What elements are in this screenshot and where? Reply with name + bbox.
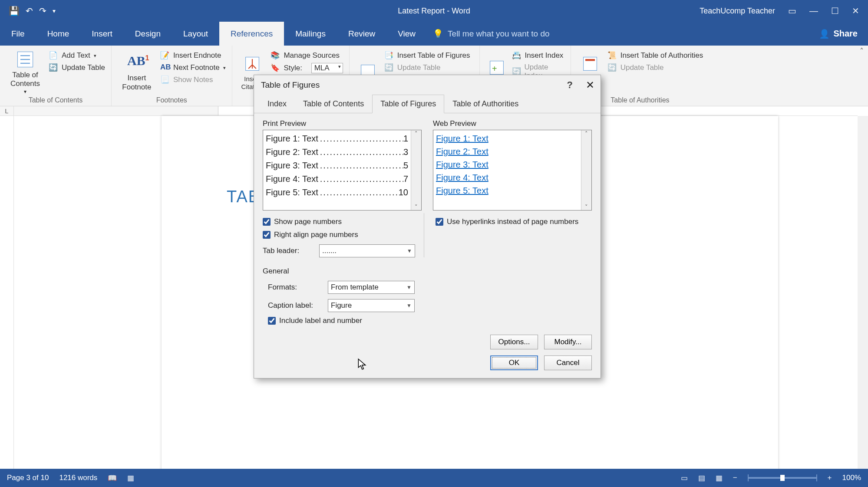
caption-label-select[interactable]: Figure▼ (328, 299, 415, 312)
web-layout-icon[interactable]: ▦ (716, 474, 723, 483)
dialog-tab-toa[interactable]: Table of Authorities (444, 95, 527, 113)
dialog-close-icon[interactable]: ✕ (586, 79, 594, 91)
tab-references[interactable]: References (219, 22, 284, 46)
dialog-tab-toc[interactable]: Table of Contents (295, 95, 372, 113)
modify-button[interactable]: Modify... (544, 335, 592, 349)
print-preview-label: Print Preview (263, 119, 422, 128)
chevron-down-icon: ▼ (407, 248, 412, 254)
add-text-label: Add Text (62, 51, 90, 60)
web-preview-link[interactable]: Figure 3: Text (436, 158, 578, 171)
ribbon-display-icon[interactable]: ▭ (788, 6, 796, 16)
options-button[interactable]: Options... (490, 335, 538, 349)
minimize-icon[interactable]: — (809, 6, 818, 16)
style-value: MLA (314, 64, 330, 72)
qat-customize-icon[interactable]: ▾ (53, 7, 56, 14)
redo-icon[interactable]: ↷ (39, 6, 46, 16)
web-preview-scrollbar[interactable]: ˄˅ (581, 130, 591, 210)
add-text-button[interactable]: 📄Add Text▾ (49, 51, 105, 60)
share-button[interactable]: 👤 Share (809, 22, 868, 46)
spellcheck-icon[interactable]: 📖 (108, 474, 117, 483)
insert-tof-label: Insert Table of Figures (397, 51, 470, 60)
right-align-checkbox[interactable]: Right align page numbers (263, 230, 415, 239)
print-preview-row: Figure 2: Text..........................… (266, 145, 408, 159)
add-text-icon: 📄 (49, 51, 58, 60)
style-icon: 🔖 (271, 63, 280, 73)
quick-access-toolbar: 💾 ↶ ↷ ▾ (0, 6, 56, 16)
update-toa-button[interactable]: 🔄Update Table (607, 63, 703, 72)
dialog-titlebar[interactable]: Table of Figures ? ✕ (254, 75, 601, 95)
style-select[interactable]: 🔖Style: MLA▾ (271, 63, 343, 73)
toc-button[interactable]: Table of Contents ▾ (6, 48, 44, 96)
footnote-icon: AB1 (127, 53, 146, 72)
web-preview-link[interactable]: Figure 1: Text (436, 132, 578, 145)
insert-index-button[interactable]: 📇Insert Index (512, 51, 564, 60)
caption-label-label: Caption label: (263, 301, 323, 310)
tab-insert[interactable]: Insert (80, 22, 124, 46)
read-mode-icon[interactable]: ▭ (681, 474, 688, 483)
tab-file[interactable]: File (0, 22, 36, 46)
cancel-button[interactable]: Cancel (544, 355, 592, 370)
include-label-checkbox[interactable]: Include label and number (268, 316, 592, 325)
zoom-level[interactable]: 100% (842, 474, 861, 482)
print-preview-row: Figure 5: Text..........................… (266, 186, 408, 199)
tab-home[interactable]: Home (36, 22, 81, 46)
word-count[interactable]: 1216 words (59, 474, 97, 482)
insert-footnote-button[interactable]: AB1 Insert Footnote (118, 48, 156, 96)
vertical-scrollbar[interactable] (858, 116, 868, 469)
dialog-tab-index[interactable]: Index (259, 95, 295, 113)
mark-entry-icon: + (487, 58, 506, 77)
dialog-tab-tof[interactable]: Table of Figures (372, 95, 444, 113)
include-label-label: Include label and number (279, 316, 362, 325)
insert-toa-button[interactable]: 📜Insert Table of Authorities (607, 51, 703, 60)
tell-me-search[interactable]: 💡 Tell me what you want to do (433, 22, 549, 46)
macro-icon[interactable]: ▦ (127, 474, 134, 483)
manage-sources-button[interactable]: 📚Manage Sources (271, 51, 343, 60)
lightbulb-icon: 💡 (433, 29, 443, 39)
insert-tof-button[interactable]: 📑Insert Table of Figures (384, 51, 470, 60)
toc-icon (16, 50, 35, 69)
tab-review[interactable]: Review (337, 22, 386, 46)
use-hyperlinks-checkbox[interactable]: Use hyperlinks instead of page numbers (436, 217, 592, 226)
update-tof-icon: 🔄 (384, 63, 394, 72)
tab-view[interactable]: View (386, 22, 427, 46)
web-preview-label: Web Preview (433, 119, 592, 128)
show-notes-button[interactable]: 📃Show Notes (160, 75, 226, 85)
tab-mailings[interactable]: Mailings (284, 22, 337, 46)
zoom-in-icon[interactable]: + (828, 474, 832, 482)
collapse-ribbon-icon[interactable]: ˄ (860, 46, 864, 56)
web-preview-link[interactable]: Figure 2: Text (436, 145, 578, 158)
update-table-icon: 🔄 (49, 63, 58, 72)
print-preview-scrollbar[interactable]: ˄˅ (411, 130, 421, 210)
print-layout-icon[interactable]: ▤ (698, 474, 705, 483)
right-align-label: Right align page numbers (274, 230, 358, 239)
tof-icon: 📑 (384, 51, 394, 60)
group-toc: Table of Contents ▾ 📄Add Text▾ 🔄Update T… (0, 46, 112, 106)
update-tof-button[interactable]: 🔄Update Table (384, 63, 470, 72)
tell-me-label: Tell me what you want to do (448, 29, 549, 39)
update-table-label: Update Table (62, 63, 105, 72)
zoom-slider[interactable] (748, 477, 817, 479)
web-preview-link[interactable]: Figure 4: Text (436, 171, 578, 184)
tab-layout[interactable]: Layout (172, 22, 219, 46)
dialog-title: Table of Figures (261, 80, 320, 90)
help-icon[interactable]: ? (567, 79, 573, 91)
tab-design[interactable]: Design (124, 22, 172, 46)
ok-button[interactable]: OK (490, 355, 538, 370)
formats-value: From template (331, 283, 379, 292)
save-icon[interactable]: 💾 (9, 6, 20, 16)
web-preview-link[interactable]: Figure 5: Text (436, 184, 578, 197)
zoom-out-icon[interactable]: − (733, 474, 737, 482)
vertical-ruler[interactable] (0, 116, 14, 469)
insert-index-icon: 📇 (512, 51, 521, 60)
group-label-footnotes: Footnotes (118, 96, 226, 106)
close-icon[interactable]: ✕ (852, 6, 859, 16)
next-footnote-button[interactable]: ABNext Footnote▾ (160, 63, 226, 72)
insert-endnote-button[interactable]: 📝Insert Endnote (160, 51, 226, 60)
page-status[interactable]: Page 3 of 10 (7, 474, 49, 482)
maximize-icon[interactable]: ☐ (831, 6, 839, 16)
show-page-numbers-checkbox[interactable]: Show page numbers (263, 217, 415, 226)
update-table-button[interactable]: 🔄Update Table (49, 63, 105, 72)
undo-icon[interactable]: ↶ (26, 6, 33, 16)
tab-leader-select[interactable]: .......▼ (319, 244, 415, 257)
formats-select[interactable]: From template▼ (328, 281, 415, 294)
